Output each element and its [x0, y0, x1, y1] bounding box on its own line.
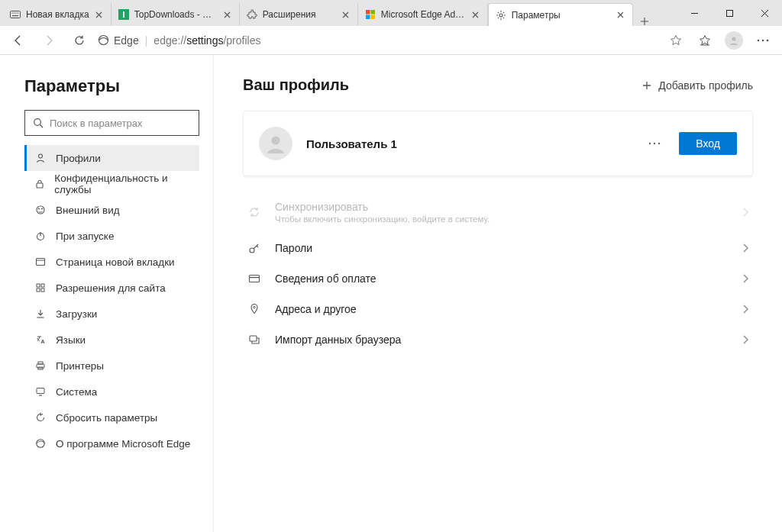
tab-title: Параметры	[512, 10, 611, 21]
svg-point-23	[38, 208, 40, 210]
nav-downloads[interactable]: Загрузки	[24, 301, 199, 327]
nav-permissions[interactable]: Разрешения для сайта	[24, 275, 199, 301]
settings-title: Параметры	[24, 76, 199, 96]
nav-label: Сбросить параметры	[56, 412, 157, 424]
minimize-button[interactable]	[677, 0, 712, 26]
nav-label: Профили	[56, 153, 101, 164]
nav-system[interactable]: Система	[24, 379, 199, 405]
new-tab-button[interactable]	[633, 17, 656, 26]
row-addresses[interactable]: Адреса и другое	[243, 294, 753, 324]
svg-rect-8	[366, 10, 370, 15]
svg-point-4	[15, 12, 16, 13]
svg-rect-13	[726, 10, 732, 16]
signin-button[interactable]: Вход	[679, 132, 737, 155]
window-controls	[677, 0, 782, 26]
svg-point-15	[732, 37, 735, 40]
svg-point-19	[34, 119, 41, 126]
row-passwords[interactable]: Пароли	[243, 233, 753, 263]
settings-search[interactable]	[24, 110, 199, 136]
languages-icon	[34, 334, 47, 346]
favorites-button[interactable]	[692, 27, 718, 53]
settings-main: Ваш профиль Добавить профиль Пользовател…	[214, 55, 782, 532]
chevron-right-icon	[742, 208, 748, 217]
sync-icon	[247, 206, 261, 218]
svg-point-39	[658, 143, 660, 144]
svg-rect-28	[41, 284, 44, 287]
favorite-star-button[interactable]	[663, 27, 689, 53]
row-sublabel: Чтобы включить синхронизацию, войдите в …	[275, 214, 729, 224]
nav-label: Внешний вид	[56, 205, 120, 216]
add-profile-button[interactable]: Добавить профиль	[641, 79, 753, 92]
row-label: Пароли	[275, 242, 729, 254]
power-icon	[34, 230, 47, 242]
tab-1[interactable]: TopDownloads - Самые п	[111, 3, 240, 26]
tab-0[interactable]: Новая вкладка	[3, 3, 111, 26]
newtab-icon	[34, 256, 47, 268]
refresh-button[interactable]	[67, 28, 92, 53]
row-label: Синхронизировать	[275, 201, 729, 213]
svg-rect-0	[11, 11, 21, 18]
nav-label: Конфиденциальность и службы	[54, 172, 192, 195]
settings-search-input[interactable]	[50, 118, 191, 129]
svg-point-20	[39, 154, 43, 158]
reset-icon	[34, 411, 47, 424]
toolbar-right	[663, 27, 776, 53]
nav-profiles[interactable]: Профили	[24, 145, 199, 171]
tab-3[interactable]: Microsoft Edge Addons	[358, 3, 488, 26]
nav-newtab-page[interactable]: Страница новой вкладки	[24, 249, 199, 275]
nav-label: Загрузки	[56, 308, 97, 320]
site-identity: Edge	[98, 34, 139, 47]
page-title: Ваш профиль	[243, 76, 349, 94]
row-payment[interactable]: Сведения об оплате	[243, 263, 753, 294]
address-bar[interactable]: Edge | edge://settings/profiles	[98, 34, 657, 47]
search-icon	[33, 118, 44, 128]
nav-label: Языки	[56, 334, 86, 346]
svg-rect-7	[123, 11, 124, 18]
profile-avatar-button[interactable]	[721, 27, 747, 53]
forward-button[interactable]	[37, 28, 61, 53]
close-icon[interactable]	[616, 10, 626, 21]
profile-more-button[interactable]	[644, 137, 665, 150]
close-window-button[interactable]	[747, 0, 782, 26]
row-import[interactable]: Импорт данных браузера	[243, 324, 753, 355]
nav-about[interactable]: О программе Microsoft Edge	[24, 430, 199, 456]
svg-rect-41	[250, 276, 260, 282]
nav-privacy[interactable]: Конфиденциальность и службы	[24, 171, 199, 197]
nav-appearance[interactable]: Внешний вид	[24, 197, 199, 223]
svg-rect-26	[37, 259, 45, 266]
nav-label: При запуске	[56, 231, 114, 242]
close-icon[interactable]	[470, 9, 481, 20]
svg-point-36	[272, 137, 280, 145]
chevron-right-icon	[742, 335, 748, 344]
close-icon[interactable]	[94, 9, 105, 20]
svg-point-42	[254, 306, 256, 308]
row-label: Сведения об оплате	[275, 272, 729, 285]
svg-point-16	[758, 39, 760, 41]
nav-printers[interactable]: Принтеры	[24, 353, 199, 379]
close-icon[interactable]	[341, 9, 351, 20]
edge-icon	[98, 34, 109, 46]
tab-title: TopDownloads - Самые п	[134, 9, 218, 20]
svg-rect-32	[38, 362, 43, 364]
tab-2[interactable]: Расширения	[240, 3, 358, 26]
printer-icon	[34, 360, 47, 372]
person-icon	[34, 152, 47, 164]
profile-card: Пользователь 1 Вход	[243, 111, 753, 176]
tab-4[interactable]: Параметры	[488, 3, 633, 26]
svg-rect-21	[37, 183, 43, 188]
svg-point-12	[499, 14, 502, 17]
chevron-right-icon	[742, 274, 748, 283]
more-menu-button[interactable]	[750, 27, 776, 53]
nav-startup[interactable]: При запуске	[24, 223, 199, 249]
svg-rect-34	[37, 389, 44, 394]
profile-rows: Синхронизировать Чтобы включить синхрони…	[243, 192, 753, 355]
ms-logo-icon	[364, 8, 376, 21]
back-button[interactable]	[6, 28, 31, 53]
nav-reset[interactable]: Сбросить параметры	[24, 405, 199, 430]
svg-point-24	[41, 208, 43, 210]
edge-icon	[34, 437, 47, 450]
svg-rect-30	[41, 289, 44, 292]
nav-languages[interactable]: Языки	[24, 327, 199, 353]
close-icon[interactable]	[222, 9, 233, 20]
maximize-button[interactable]	[712, 0, 747, 26]
